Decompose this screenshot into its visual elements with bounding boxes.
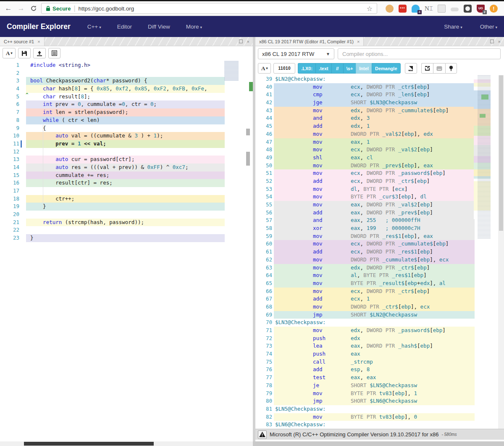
hscrollbar-track[interactable]: [0, 441, 253, 446]
asm-line[interactable]: 64 moval, BYTE PTR _res$1[ebp]: [255, 272, 475, 280]
filter-button-s[interactable]: \s+: [343, 63, 356, 74]
menu-c-[interactable]: C++▾: [87, 24, 101, 30]
asm-line[interactable]: 68 movDWORD PTR _ctr$[ebp], ecx: [255, 303, 475, 311]
scrollbar-thumb[interactable]: [246, 129, 250, 135]
compiler-options-input[interactable]: [338, 48, 501, 59]
filter-button-LX0[interactable]: .LX0:: [298, 63, 315, 74]
asm-minimap[interactable]: [474, 75, 491, 239]
asm-line[interactable]: 58 xoreax, 199 ; 000000c7H: [255, 224, 475, 232]
asm-line[interactable]: 40 movecx, DWORD PTR _ctr$[ebp]: [255, 83, 475, 91]
asm-line[interactable]: 55 moveax, DWORD PTR _val$2[ebp]: [255, 201, 475, 209]
asm-line[interactable]: 74 pusheax: [255, 350, 475, 358]
asm-line[interactable]: 71 movedx, DWORD PTR _password$[ebp]: [255, 327, 475, 335]
tab-compiler[interactable]: x86 CL 19 2017 RTW (Editor #1, Compiler …: [255, 37, 364, 46]
close-pane-icon[interactable]: ×: [247, 39, 249, 44]
source-line[interactable]: 10 auto val = ((cummulate & 3 ) + 1);: [0, 132, 225, 140]
source-line[interactable]: 16 result[ctr] = res;: [0, 179, 225, 187]
open-output-button[interactable]: [421, 63, 433, 74]
output-button[interactable]: [433, 63, 445, 74]
asm-line[interactable]: 80 jmpSHORT $LN6@Checkpassw: [255, 397, 475, 405]
asm-line[interactable]: 60 movecx, DWORD PTR _cummulate$[ebp]: [255, 240, 475, 248]
asm-line[interactable]: 43 movedx, DWORD PTR _cummulate$[ebp]: [255, 107, 475, 115]
fold-caret-icon[interactable]: ^: [26, 92, 29, 98]
asm-line[interactable]: 83$LN6@Checkpassw:: [255, 421, 475, 429]
ghost-extension-icon[interactable]: 4: [412, 5, 420, 13]
asm-line[interactable]: 46 movDWORD PTR _val$2[ebp], edx: [255, 130, 475, 138]
asm-line[interactable]: 77 testeax, eax: [255, 374, 475, 382]
asm-line[interactable]: 82 movBYTE PTR tv83[ebp], 0: [255, 413, 475, 421]
asm-line[interactable]: 59 movDWORD PTR _res$1[ebp], eax: [255, 232, 475, 240]
asm-line[interactable]: 76 addesp, 8: [255, 366, 475, 374]
asm-line[interactable]: 70$LN3@Checkpassw:: [255, 319, 475, 327]
font-size-button[interactable]: A▾: [258, 63, 271, 74]
asm-line[interactable]: 39$LN2@Checkpassw:: [255, 75, 475, 83]
maximize-icon[interactable]: [490, 40, 494, 43]
asm-line[interactable]: 49 shleax, cl: [255, 154, 475, 162]
asm-line[interactable]: 57 andeax, 255 ; 000000ffH: [255, 216, 475, 224]
load-save-button[interactable]: [33, 48, 46, 58]
menu-more[interactable]: More▾: [186, 24, 202, 30]
filter-button-[interactable]: //: [331, 63, 343, 74]
back-button[interactable]: ←: [3, 3, 13, 13]
asm-line[interactable]: 78 jeSHORT $LN5@Checkpassw: [255, 382, 475, 390]
filter-button-text[interactable]: .text: [315, 63, 331, 74]
template-button[interactable]: [48, 48, 60, 58]
source-line[interactable]: 20: [0, 211, 225, 219]
source-line[interactable]: 5 char result[8];: [0, 93, 225, 101]
address-bar[interactable]: Secure | https://gcc.godbolt.org ☆: [41, 3, 377, 14]
close-pane-icon[interactable]: ×: [498, 39, 501, 44]
filter-button-Intel[interactable]: Intel: [356, 63, 372, 74]
source-line[interactable]: 7 int len = strlen(password);: [0, 108, 225, 116]
source-line[interactable]: 14 auto res = (((val + prev)) & 0xFF) ^ …: [0, 164, 225, 172]
asm-line[interactable]: 50 movDWORD PTR _prev$[ebp], eax: [255, 162, 475, 170]
source-line[interactable]: 8 while ( ctr < len): [0, 116, 225, 124]
asm-line[interactable]: 52 addecx, DWORD PTR _ctr$[ebp]: [255, 177, 475, 185]
close-icon[interactable]: ×: [37, 39, 40, 44]
close-icon[interactable]: ×: [357, 39, 360, 44]
maximize-icon[interactable]: [239, 40, 243, 43]
asm-editor[interactable]: 39$LN2@Checkpassw:40 movecx, DWORD PTR _…: [255, 75, 504, 429]
asm-line[interactable]: 67 addecx, 1: [255, 295, 475, 303]
menu-diff-view[interactable]: Diff View: [148, 24, 170, 30]
source-line[interactable]: 19 }: [0, 203, 225, 211]
source-line[interactable]: 15 cummulate += res;: [0, 172, 225, 179]
source-line[interactable]: 1#include <string.h>: [0, 61, 225, 69]
asm-line[interactable]: 66 movecx, DWORD PTR _ctr$[ebp]: [255, 288, 475, 296]
forward-button[interactable]: →: [16, 3, 26, 13]
tools-button[interactable]: [445, 63, 457, 74]
save-button[interactable]: [18, 48, 31, 58]
source-line[interactable]: 4 char hash[8] = { 0x85, 0xf2, 0x85, 0xF…: [0, 85, 225, 93]
source-line[interactable]: 22: [0, 226, 225, 234]
tab-cpp-source[interactable]: C++ source #1 ×: [0, 37, 45, 46]
cookie-extension-icon[interactable]: [386, 5, 394, 13]
source-line[interactable]: 9 {: [0, 124, 225, 132]
menu-share[interactable]: Share▾: [444, 24, 462, 30]
filter-button-Demangle[interactable]: Demangle: [372, 63, 401, 74]
source-line[interactable]: 11 prev = 1 << val;: [0, 140, 225, 148]
asm-line[interactable]: 54 movBYTE PTR _cur$3[ebp], dl: [255, 193, 475, 201]
warnings-button[interactable]: [258, 430, 267, 439]
asm-line[interactable]: 65 movBYTE PTR _result$[ebp+edx], al: [255, 280, 475, 288]
source-line[interactable]: 6 int prev = 0, cummulate =0, ctr = 0;: [0, 100, 225, 108]
asm-line[interactable]: 44 andedx, 3: [255, 114, 475, 122]
asm-line[interactable]: 56 addeax, DWORD PTR _prev$[ebp]: [255, 209, 475, 217]
asm-line[interactable]: 41 cmpecx, DWORD PTR _len$[ebp]: [255, 91, 475, 99]
asm-line[interactable]: 81$LN5@Checkpassw:: [255, 405, 475, 413]
asm-line[interactable]: 69 jmpSHORT $LN2@Checkpassw: [255, 311, 475, 319]
asm-line[interactable]: 51 movecx, DWORD PTR _password$[ebp]: [255, 169, 475, 177]
hscrollbar-thumb[interactable]: [24, 442, 154, 446]
source-line[interactable]: 23}: [0, 234, 225, 242]
source-line[interactable]: 18 ctr++;: [0, 195, 225, 203]
shield-extension-icon[interactable]: UO2: [477, 5, 485, 13]
cam-extension-icon[interactable]: [464, 5, 472, 13]
source-line[interactable]: 17: [0, 187, 225, 195]
asm-line[interactable]: 42 jgeSHORT $LN3@Checkpassw: [255, 99, 475, 107]
source-editor[interactable]: 1#include <string.h>23bool Checkpassword…: [0, 60, 253, 446]
compiler-select[interactable]: x86 CL 19 2017 RTW ▼: [258, 48, 334, 59]
source-line[interactable]: 3bool Checkpassword2(char* password) {: [0, 77, 225, 85]
libraries-button[interactable]: [405, 63, 417, 74]
asm-line[interactable]: 48 movecx, DWORD PTR _val$2[ebp]: [255, 146, 475, 154]
asm-line[interactable]: 61 addecx, DWORD PTR _res$1[ebp]: [255, 248, 475, 256]
scrollbar-thumb[interactable]: [246, 152, 250, 166]
asm-line[interactable]: 72 pushedx: [255, 335, 475, 343]
